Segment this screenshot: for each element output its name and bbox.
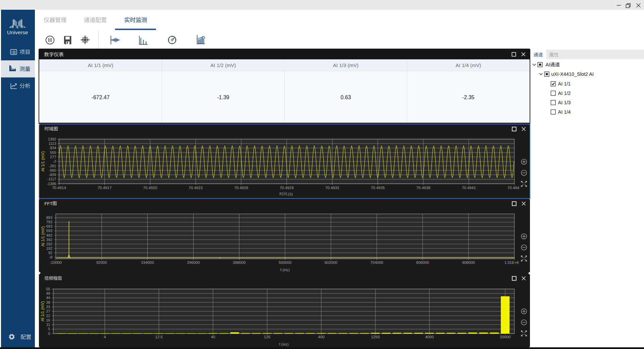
svg-text:70.4941: 70.4941 (462, 186, 476, 190)
svg-text:392: 392 (46, 238, 52, 242)
svg-text:92000: 92000 (96, 260, 107, 265)
svg-text:92: 92 (48, 251, 52, 255)
svg-text:f (Hz): f (Hz) (280, 268, 289, 272)
svg-text:4000: 4000 (425, 335, 434, 339)
svg-text:AI 1/4: AI 1/4 (558, 109, 571, 115)
svg-text:f (Hz): f (Hz) (279, 342, 288, 346)
svg-text:70.4935: 70.4935 (371, 186, 385, 190)
svg-text:1113: 1113 (48, 141, 56, 146)
svg-text:44: 44 (46, 296, 50, 300)
svg-text:33: 33 (46, 305, 50, 309)
svg-text:AI 1/1 (mV): AI 1/1 (mV) (40, 226, 45, 247)
svg-text:793: 793 (46, 220, 52, 224)
svg-text:70.4926: 70.4926 (234, 186, 248, 190)
svg-text:AI 1/4 (mV): AI 1/4 (mV) (455, 62, 481, 68)
svg-text:908000: 908000 (462, 260, 475, 265)
svg-text:27: 27 (46, 309, 50, 313)
svg-text:277: 277 (50, 155, 56, 159)
svg-text:AI 1/1 (mV): AI 1/1 (mV) (40, 301, 45, 322)
svg-text:AI: AI (546, 62, 550, 67)
svg-text:1.01E+6: 1.01E+6 (504, 260, 519, 265)
svg-text:125: 125 (264, 335, 270, 339)
svg-text:-281: -281 (49, 164, 56, 168)
svg-text:296000: 296000 (187, 260, 200, 265)
svg-text:AI 1/1 (mV): AI 1/1 (mV) (40, 151, 45, 172)
svg-text:-10000: -10000 (50, 260, 62, 265)
svg-text:(S): (S) (287, 192, 293, 196)
svg-text:-1.39: -1.39 (217, 95, 229, 100)
svg-text:16: 16 (46, 318, 50, 322)
svg-text:0.63: 0.63 (340, 95, 351, 100)
svg-text:AI 1/3: AI 1/3 (558, 100, 571, 105)
svg-text:693: 693 (46, 224, 52, 228)
svg-text:38: 38 (46, 300, 50, 304)
svg-text:-2: -2 (53, 159, 56, 163)
svg-text:49: 49 (46, 291, 50, 295)
svg-text:11: 11 (46, 323, 50, 327)
svg-text:70.494: 70.494 (507, 186, 519, 190)
svg-text:593: 593 (46, 229, 52, 233)
svg-text:893: 893 (46, 216, 52, 220)
svg-text:806000: 806000 (416, 260, 429, 265)
svg-text:70.4929: 70.4929 (279, 186, 293, 190)
svg-text:602000: 602000 (324, 260, 337, 265)
svg-text:Universe: Universe (7, 30, 28, 35)
svg-text:-2.35: -2.35 (462, 95, 475, 100)
svg-text:70.4938: 70.4938 (416, 186, 430, 190)
svg-text:55: 55 (46, 287, 50, 291)
svg-text:398000: 398000 (232, 260, 245, 265)
svg-text:194000: 194000 (141, 260, 154, 265)
svg-text:292: 292 (46, 242, 52, 246)
svg-text:70.4917: 70.4917 (97, 186, 111, 190)
svg-text:AI 1/2 (mV): AI 1/2 (mV) (210, 62, 236, 68)
svg-text:555: 555 (50, 150, 56, 154)
svg-text:-560: -560 (49, 168, 56, 172)
svg-text:-839: -839 (49, 173, 56, 177)
svg-text:uXI-X4410_Slot2 AI: uXI-X4410_Slot2 AI (551, 71, 594, 77)
svg-text:1392: 1392 (48, 137, 56, 141)
svg-text:492: 492 (46, 233, 52, 237)
svg-text:192: 192 (46, 246, 52, 250)
svg-text:1250: 1250 (371, 335, 380, 339)
svg-text:70.4914: 70.4914 (52, 186, 66, 190)
svg-text:4: 4 (104, 335, 106, 339)
svg-text:-1396: -1396 (47, 181, 56, 185)
svg-text:20000: 20000 (500, 335, 511, 339)
svg-text:AI 1/1: AI 1/1 (558, 81, 571, 86)
svg-text:834: 834 (50, 146, 56, 150)
svg-text:704000: 704000 (370, 260, 383, 265)
svg-text:70.4923: 70.4923 (189, 186, 203, 190)
svg-text:AI 1/3 (mV): AI 1/3 (mV) (333, 62, 359, 68)
svg-text:12.5: 12.5 (155, 335, 162, 339)
svg-text:400: 400 (318, 335, 324, 339)
svg-text:22: 22 (46, 314, 50, 318)
svg-text:AI 1/1 (mV): AI 1/1 (mV) (88, 62, 113, 68)
svg-text:FFT: FFT (44, 201, 52, 206)
svg-text:0: 0 (48, 332, 50, 336)
svg-text:70.4932: 70.4932 (325, 186, 339, 190)
svg-text:500000: 500000 (278, 260, 291, 265)
svg-text:-672.47: -672.47 (92, 95, 110, 100)
svg-text:-1117: -1117 (47, 177, 56, 181)
svg-text:5: 5 (48, 327, 50, 331)
svg-text:-8: -8 (49, 255, 52, 259)
svg-text:40: 40 (211, 335, 215, 339)
svg-text:70.4920: 70.4920 (143, 186, 157, 190)
svg-text:AI 1/2: AI 1/2 (558, 91, 571, 96)
